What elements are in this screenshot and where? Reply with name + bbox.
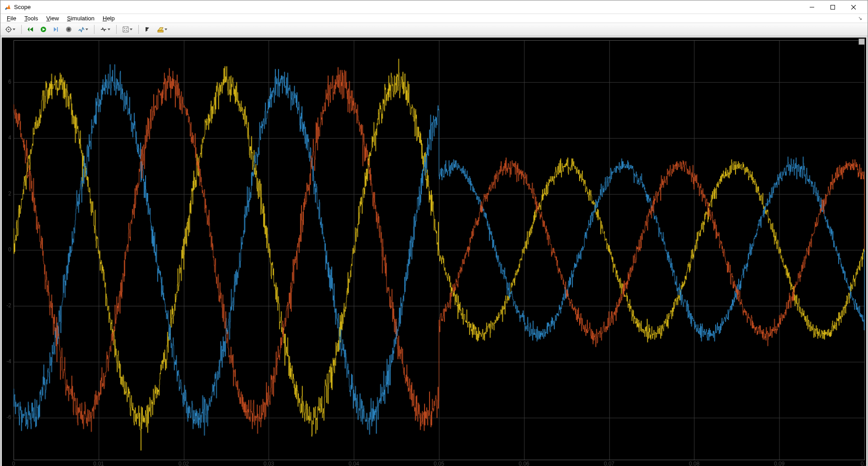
step-forward-button[interactable] (51, 24, 61, 35)
scope-window: Scope File Tools View Simulation Help ↘ (0, 0, 868, 466)
menu-file[interactable]: File (3, 14, 20, 23)
stop-button[interactable] (63, 24, 74, 35)
menu-help[interactable]: Help (99, 14, 118, 23)
plot-area (0, 36, 868, 466)
menu-simulation[interactable]: Simulation (63, 14, 98, 23)
highlight-step-button[interactable] (76, 24, 90, 35)
restart-button[interactable] (25, 24, 36, 35)
svg-rect-1 (831, 5, 835, 9)
title-bar: Scope (0, 0, 868, 14)
toolbar-separator (94, 25, 94, 34)
measurements-button[interactable] (155, 24, 170, 35)
svg-rect-19 (158, 30, 163, 32)
axes-maximize-toggle[interactable] (859, 38, 865, 45)
toolbar-separator (138, 25, 139, 34)
configure-properties-button[interactable] (3, 24, 18, 35)
window-maximize-button[interactable] (822, 0, 843, 14)
trigger-button[interactable] (98, 24, 113, 35)
svg-point-5 (8, 29, 9, 30)
toolbar (0, 23, 868, 36)
toolbar-overflow-icon[interactable]: ↘ (855, 14, 865, 22)
svg-rect-17 (68, 29, 70, 31)
toolbar-separator (116, 25, 117, 34)
window-close-button[interactable] (843, 0, 864, 14)
svg-marker-10 (28, 27, 29, 32)
window-minimize-button[interactable] (802, 0, 822, 14)
cursor-measurements-button[interactable] (142, 24, 153, 35)
matlab-app-icon (4, 4, 11, 11)
menu-bar: File Tools View Simulation Help ↘ (0, 14, 868, 23)
menu-tools[interactable]: Tools (21, 14, 42, 23)
zoom-autoscale-button[interactable] (120, 24, 135, 35)
toolbar-separator (21, 25, 22, 34)
svg-rect-15 (57, 27, 58, 32)
menu-view[interactable]: View (42, 14, 62, 23)
window-title: Scope (14, 4, 802, 10)
svg-marker-14 (54, 27, 57, 32)
scope-canvas[interactable] (2, 38, 866, 466)
run-button[interactable] (38, 24, 49, 35)
svg-marker-11 (30, 27, 33, 32)
svg-rect-18 (123, 27, 128, 32)
